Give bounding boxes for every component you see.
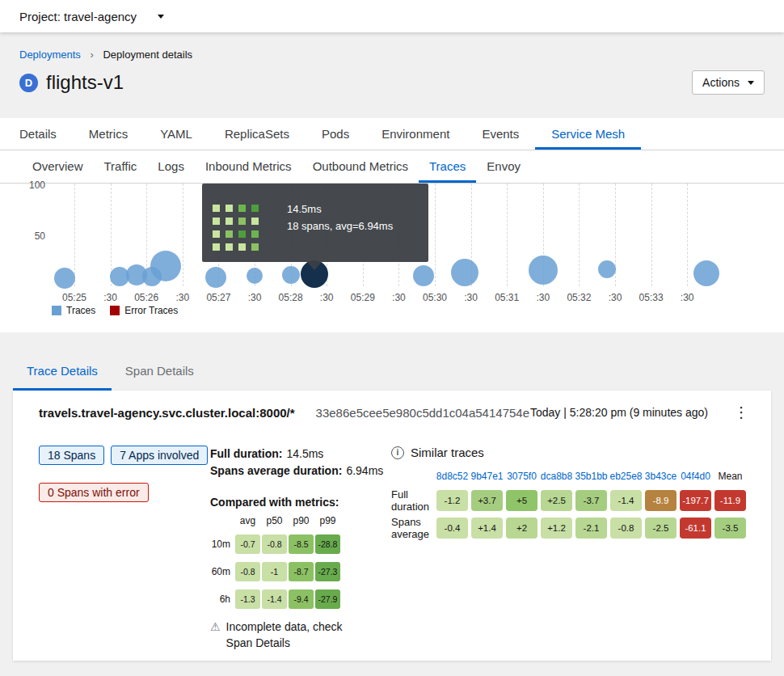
detail-tab-span-details[interactable]: Span Details [112,353,208,391]
similar-trace-link[interactable]: 3b43ce [643,471,678,487]
similar-mean-header: Mean [713,471,748,487]
similar-traces-title: Similar traces [411,446,484,459]
heatmap-cell [238,218,246,225]
compared-row-label: 6h [210,594,234,605]
compared-column-header: p50 [261,515,288,526]
similar-trace-link[interactable]: 3075f0 [504,471,539,487]
similar-value-chip: +1.4 [471,518,503,539]
subtab-envoy[interactable]: Envoy [476,150,531,183]
spans-avg-value: 6.94ms [346,464,383,477]
breadcrumb: Deployments › Deployment details [0,32,784,61]
tab-metrics[interactable]: Metrics [73,118,144,150]
info-icon[interactable]: i [391,446,404,459]
similar-trace-link[interactable]: 04f4d0 [678,471,713,487]
similar-traces-header: i Similar traces [391,446,752,459]
similar-value-chip: -0.4 [436,518,468,539]
subtab-inbound-metrics[interactable]: Inbound Metrics [195,150,302,183]
gridline [74,184,75,286]
span-heatmap [213,205,259,251]
similar-value-chip: -3.5 [714,518,746,539]
tab-yaml[interactable]: YAML [144,118,209,150]
chart-legend: TracesError Traces [52,305,178,316]
trace-metrics-column: Full duration:14.5ms Spans average durat… [210,446,391,651]
tab-pods[interactable]: Pods [306,118,365,150]
trace-bubble[interactable] [282,266,300,284]
full-duration-line: Full duration:14.5ms [210,446,391,463]
heatmap-cell [238,205,246,212]
trace-bubble[interactable] [413,265,434,286]
similar-value-chip: -0.8 [610,518,642,539]
actions-button[interactable]: Actions [692,70,765,95]
legend-swatch [110,306,120,315]
warning-text: Incomplete data, check Span Details [226,619,372,651]
trace-bubble[interactable] [247,268,263,284]
compared-metrics-table: avgp50p90p9910m-0.7-0.8-8.5-28.860m-0.8-… [210,515,391,609]
trace-bubble[interactable] [150,251,181,281]
spans-count-chip: 18 Spans [39,446,104,465]
tab-events[interactable]: Events [466,118,535,150]
similar-value-chip: -1.2 [436,490,468,511]
compared-value-chip: -8.7 [289,562,314,581]
warning-icon: ⚠ [210,619,221,651]
gridline [687,184,688,286]
full-duration-value: 14.5ms [286,447,323,460]
trace-timestamp: Today | 5:28:20 pm (9 minutes ago) [530,406,708,419]
trace-id: 33e86e5cee5e980c5dd1c04a5414754e [316,406,529,420]
legend-item-error-traces: Error Traces [110,305,178,316]
gridline [183,184,183,286]
legend-label: Error Traces [124,305,178,316]
page-header: Deployments › Deployment details D fligh… [0,32,784,118]
subtab-overview[interactable]: Overview [22,150,94,183]
similar-trace-link[interactable]: 9b47e1 [470,471,504,487]
breadcrumb-deployments[interactable]: Deployments [19,49,81,61]
heatmap-cell [226,243,233,251]
similar-trace-link[interactable]: dca8b8 [539,471,574,487]
compared-value-chip: -1 [262,562,287,581]
similar-trace-link[interactable]: 8d8c52 [435,471,470,487]
similar-value-chip: -8.9 [645,490,677,511]
trace-bubble[interactable] [205,267,226,288]
compared-value-chip: -1.4 [262,589,287,609]
project-selector[interactable]: Project: travel-agency [19,10,164,23]
compared-value-chip: -0.8 [235,562,260,581]
spans-avg-label: Spans average duration: [210,464,342,477]
kebab-menu-icon[interactable]: ⋮ [731,405,752,420]
tab-service-mesh[interactable]: Service Mesh [535,118,641,150]
trace-summary-column: 18 Spans 7 Apps involved 0 Spans with er… [39,446,210,651]
similar-value-chip: -11.9 [714,490,746,511]
subtab-outbound-metrics[interactable]: Outbound Metrics [302,150,419,183]
tab-details[interactable]: Details [3,118,73,150]
detail-tab-trace-details[interactable]: Trace Details [13,353,112,391]
secondary-tab-bar: OverviewTrafficLogsInbound MetricsOutbou… [0,150,784,184]
caret-down-icon [158,15,164,19]
tab-environment[interactable]: Environment [365,118,466,150]
trace-body: 18 Spans 7 Apps involved 0 Spans with er… [39,446,752,651]
similar-trace-link[interactable]: eb25e8 [609,471,643,487]
heatmap-cell [226,230,233,238]
subtab-traces[interactable]: Traces [419,150,476,183]
similar-value-chip: -3.7 [575,490,607,511]
subtab-logs[interactable]: Logs [147,150,195,183]
trace-bubble[interactable] [54,268,75,289]
legend-label: Traces [66,305,95,316]
tab-replicasets[interactable]: ReplicaSets [209,118,306,150]
heatmap-cell [213,230,220,238]
similar-trace-link[interactable]: 35b1bb [574,471,609,487]
trace-bubble[interactable] [693,260,719,286]
compared-value-chip: -27.3 [315,562,340,581]
similar-value-chip: +1.2 [541,518,572,539]
legend-swatch [52,306,61,315]
title-row: D flights-v1 Actions [0,70,784,95]
tooltip-spans-summary: 18 spans, avg=6.94ms [287,220,393,232]
gridline [507,184,508,286]
trace-bubble[interactable] [451,259,478,286]
trace-bubble[interactable] [529,256,558,285]
heatmap-cell [213,218,220,225]
compared-row-label: 60m [210,566,234,577]
project-selector-label: Project: travel-agency [19,10,137,23]
trace-bubble[interactable] [598,260,616,278]
compared-column-header: avg [234,515,261,526]
trace-tooltip: 14.5ms 18 spans, avg=6.94ms [202,184,428,262]
y-axis-tick: 50 [13,230,45,242]
subtab-traffic[interactable]: Traffic [94,150,148,183]
